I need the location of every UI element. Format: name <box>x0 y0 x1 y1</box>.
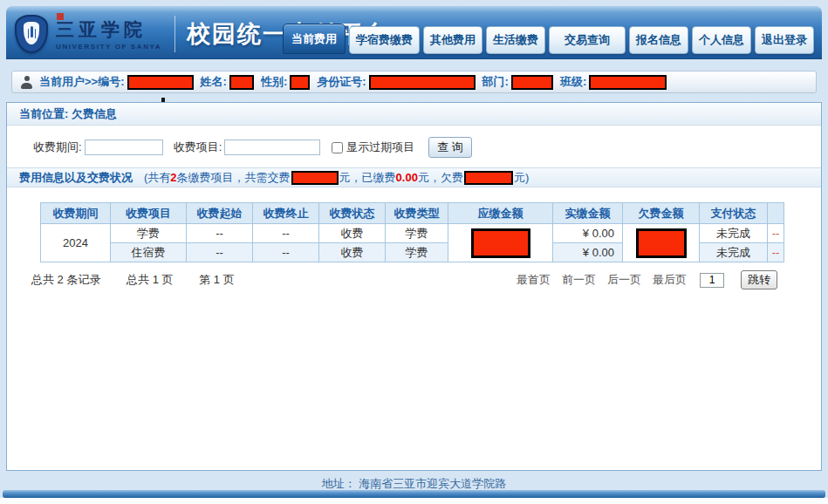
app-header: 三亚学院 UNIVERSITY OF SANYA 校园统一支付平台 当前费用 学… <box>6 6 822 59</box>
summary-title: 费用信息以及交费状况 <box>19 170 133 186</box>
first-page-link[interactable]: 最首页 <box>517 272 551 288</box>
redacted-amount-owed <box>636 228 687 258</box>
tab-living-payment[interactable]: 生活缴费 <box>486 26 545 54</box>
logo-divider <box>174 16 175 52</box>
seal-icon <box>57 13 64 20</box>
cell-amount-due-redacted <box>448 224 553 262</box>
col-start: 收费起始 <box>187 203 253 224</box>
cell-start: -- <box>187 243 253 262</box>
query-button[interactable]: 查 询 <box>428 137 472 158</box>
current-page: 第 1 页 <box>199 273 234 286</box>
cell-item: 住宿费 <box>111 243 187 262</box>
redacted-id-card <box>369 75 476 90</box>
item-input[interactable] <box>224 140 320 155</box>
tab-logout[interactable]: 退出登录 <box>755 26 814 54</box>
cell-type: 学费 <box>386 224 448 243</box>
pagination-bar: 总共 2 条记录 总共 1 页 第 1 页 最首页 前一页 后一页 最后页 跳转 <box>31 270 777 289</box>
search-form: 收费期间: 收费项目: 显示过期项目 查 询 <box>7 126 821 167</box>
cell-start: -- <box>187 224 253 243</box>
tab-transaction-query[interactable]: 交易查询 <box>549 26 626 54</box>
tab-registration-info[interactable]: 报名信息 <box>629 26 688 54</box>
col-action <box>768 203 784 224</box>
next-page-link[interactable]: 后一页 <box>607 272 641 288</box>
show-expired-label: 显示过期项目 <box>346 140 414 155</box>
redacted-total-due <box>291 171 339 185</box>
cell-end: -- <box>253 224 319 243</box>
col-period: 收费期间 <box>41 203 111 224</box>
cell-type: 学费 <box>386 243 448 262</box>
footer-bottom-space <box>0 498 828 504</box>
user-info-bar: 当前用户>>编号: 姓名: 性别: 身份证号: 部门: 班级: <box>11 71 817 93</box>
col-item: 收费项目 <box>111 203 187 224</box>
footer-strip <box>3 490 825 498</box>
cell-amount-owed-redacted <box>623 224 700 262</box>
summary-seg-yuan1: 元，已缴费 <box>339 170 396 186</box>
col-pay-status: 支付状态 <box>700 203 768 224</box>
user-prefix: 当前用户>> <box>39 74 98 90</box>
cell-end: -- <box>253 243 319 262</box>
cell-pay-status: 未完成 <box>700 224 768 243</box>
record-counts: 总共 2 条记录 总共 1 页 第 1 页 <box>31 272 257 288</box>
redacted-amount-due <box>471 228 530 258</box>
page-number-input[interactable] <box>700 273 724 288</box>
total-records: 总共 2 条记录 <box>31 273 100 286</box>
summary-seg-yuan2: 元，欠费 <box>418 170 463 186</box>
tab-other-fees[interactable]: 其他费用 <box>423 26 482 54</box>
table-header-row: 收费期间 收费项目 收费起始 收费终止 收费状态 收费类型 应缴金额 实缴金额 … <box>41 203 784 224</box>
university-name-cn: 三亚学院 <box>56 17 161 42</box>
last-page-link[interactable]: 最后页 <box>653 272 687 288</box>
col-end: 收费终止 <box>253 203 319 224</box>
content-panel: 当前位置: 欠费信息 收费期间: 收费项目: 显示过期项目 查 询 费用信息以及… <box>6 102 822 471</box>
period-label: 收费期间: <box>33 140 82 155</box>
user-icon <box>20 76 33 89</box>
redacted-total-arrears <box>464 171 513 185</box>
fees-table: 收费期间 收费项目 收费起始 收费终止 收费状态 收费类型 应缴金额 实缴金额 … <box>40 202 784 262</box>
table-row: 2024 学费 -- -- 收费 学费 ¥ 0.00 未完成 -- <box>41 224 784 243</box>
summary-seg-close: 元) <box>514 170 529 186</box>
show-expired-checkbox[interactable] <box>332 142 343 153</box>
summary-seg-items: 条缴费项目，共需交费 <box>177 170 291 186</box>
cell-status: 收费 <box>319 243 386 262</box>
university-name: 三亚学院 UNIVERSITY OF SANYA <box>56 17 161 51</box>
field-label-class: 班级: <box>560 74 586 90</box>
tab-current-fees[interactable]: 当前费用 <box>283 24 346 54</box>
cell-pay-status: 未完成 <box>700 243 768 262</box>
total-pages: 总共 1 页 <box>127 273 173 286</box>
field-label-name: 姓名: <box>201 74 227 90</box>
cell-period: 2024 <box>41 224 111 262</box>
summary-seg-open: (共有 <box>144 170 170 186</box>
page: 三亚学院 UNIVERSITY OF SANYA 校园统一支付平台 当前费用 学… <box>0 0 828 504</box>
col-status: 收费状态 <box>319 203 386 224</box>
university-name-en: UNIVERSITY OF SANYA <box>56 43 161 51</box>
summary-count: 2 <box>170 171 176 184</box>
redacted-department <box>511 75 553 90</box>
university-emblem-icon <box>15 15 48 53</box>
item-label: 收费项目: <box>174 140 222 155</box>
redacted-gender <box>290 75 310 90</box>
tab-personal-info[interactable]: 个人信息 <box>692 26 751 54</box>
period-input[interactable] <box>85 140 163 155</box>
field-label-id-card: 身份证号: <box>317 74 366 90</box>
tab-tuition-dorm-payment[interactable]: 学宿费缴费 <box>349 26 420 54</box>
prev-page-link[interactable]: 前一页 <box>562 272 596 288</box>
main-nav: 当前费用 学宿费缴费 其他费用 生活缴费 交易查询 报名信息 个人信息 退出登录 <box>283 24 814 54</box>
redacted-class <box>589 75 667 90</box>
col-amount-paid: 实缴金额 <box>553 203 623 224</box>
cell-item: 学费 <box>111 224 187 243</box>
col-type: 收费类型 <box>386 203 448 224</box>
field-label-department: 部门: <box>482 74 509 90</box>
cell-amount-paid: ¥ 0.00 <box>553 224 623 243</box>
field-label-gender: 性别: <box>261 74 287 90</box>
redacted-student-id <box>127 75 194 90</box>
cell-amount-paid: ¥ 0.00 <box>553 243 623 262</box>
field-label-id: 编号: <box>98 74 124 90</box>
col-amount-owed: 欠费金额 <box>623 203 700 224</box>
fee-summary-bar: 费用信息以及交费状况 (共有2条缴费项目，共需交费元，已缴费0.00元，欠费元) <box>7 167 821 187</box>
cell-action: -- <box>768 224 784 243</box>
cell-status: 收费 <box>319 224 386 243</box>
breadcrumb: 当前位置: 欠费信息 <box>7 103 821 126</box>
jump-button[interactable]: 跳转 <box>741 270 777 289</box>
summary-paid: 0.00 <box>396 171 418 184</box>
redacted-name <box>229 75 254 90</box>
cell-action: -- <box>768 243 784 262</box>
